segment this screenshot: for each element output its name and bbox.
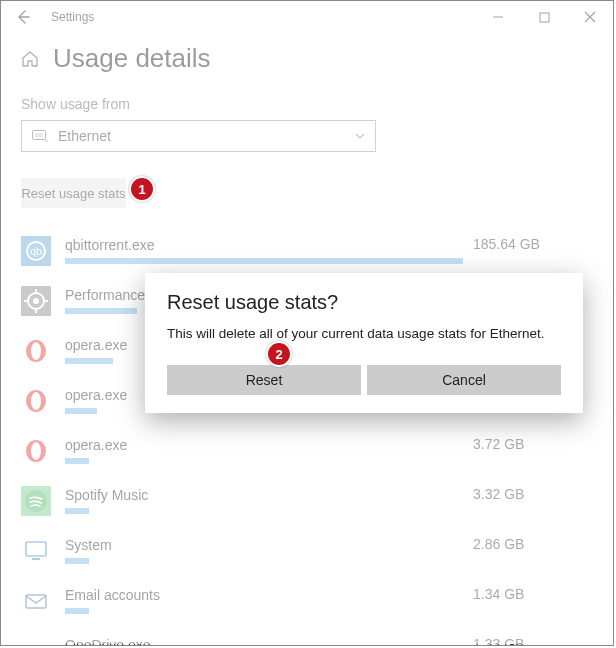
app-size: 1.34 GB — [463, 586, 593, 602]
svg-point-20 — [31, 392, 41, 410]
app-icon-op — [21, 336, 51, 366]
usage-bar — [65, 558, 89, 564]
app-row[interactable]: Spotify Music3.32 GB — [21, 486, 593, 532]
usage-from-label: Show usage from — [21, 96, 593, 112]
app-icon-sp — [21, 486, 51, 516]
app-icon-op — [21, 436, 51, 466]
app-name: System — [65, 536, 463, 554]
dialog-body: This will delete all of your current dat… — [167, 326, 561, 341]
svg-line-4 — [45, 140, 48, 142]
back-arrow-icon — [15, 9, 31, 25]
app-icon-od — [21, 636, 51, 646]
close-icon — [584, 11, 596, 23]
dialog-reset-label: Reset — [246, 372, 283, 388]
ethernet-icon — [32, 130, 48, 142]
app-row[interactable]: OneDrive.exe1.33 GB — [21, 636, 593, 646]
dialog-reset-button[interactable]: Reset — [167, 365, 361, 395]
app-name: qbittorrent.exe — [65, 236, 463, 254]
app-name: OneDrive.exe — [65, 636, 463, 646]
app-icon-sys — [21, 536, 51, 566]
app-size: 185.64 GB — [463, 236, 593, 252]
svg-point-17 — [31, 342, 41, 360]
reset-confirm-dialog: Reset usage stats? This will delete all … — [145, 273, 583, 413]
svg-rect-3 — [35, 133, 43, 137]
app-icon-pt — [21, 286, 51, 316]
app-size: 3.72 GB — [463, 436, 593, 452]
dialog-title: Reset usage stats? — [167, 291, 561, 314]
app-row[interactable]: opera.exe3.72 GB — [21, 436, 593, 482]
home-icon[interactable] — [21, 50, 39, 68]
usage-bar — [65, 608, 89, 614]
app-icon-op — [21, 386, 51, 416]
app-name: Email accounts — [65, 586, 463, 604]
usage-bar — [65, 458, 89, 464]
svg-rect-31 — [21, 636, 51, 646]
close-button[interactable] — [567, 1, 613, 33]
app-icon-qb: qb — [21, 236, 51, 266]
network-select[interactable]: Ethernet — [21, 120, 376, 152]
dialog-cancel-label: Cancel — [442, 372, 486, 388]
usage-bar — [65, 508, 89, 514]
svg-rect-1 — [540, 13, 549, 22]
page-title: Usage details — [53, 43, 211, 74]
maximize-icon — [539, 12, 550, 23]
usage-bar — [65, 358, 113, 364]
usage-bar — [65, 408, 97, 414]
back-button[interactable] — [1, 1, 45, 33]
window-title: Settings — [45, 10, 94, 24]
app-size: 2.86 GB — [463, 536, 593, 552]
annotation-1: 1 — [129, 176, 155, 202]
app-icon-mail — [21, 586, 51, 616]
reset-usage-stats-button[interactable]: Reset usage stats — [21, 178, 126, 208]
app-row[interactable]: Email accounts1.34 GB — [21, 586, 593, 632]
usage-bar — [65, 308, 137, 314]
dialog-cancel-button[interactable]: Cancel — [367, 365, 561, 395]
annotation-2: 2 — [266, 341, 292, 367]
minimize-button[interactable] — [475, 1, 521, 33]
app-name: opera.exe — [65, 436, 463, 454]
chevron-down-icon — [355, 133, 365, 139]
minimize-icon — [492, 11, 504, 23]
svg-text:qb: qb — [30, 245, 42, 257]
svg-point-23 — [31, 442, 41, 460]
reset-usage-stats-label: Reset usage stats — [21, 186, 125, 201]
app-name: Spotify Music — [65, 486, 463, 504]
svg-point-10 — [33, 298, 39, 304]
title-bar: Settings — [1, 1, 613, 33]
app-row[interactable]: System2.86 GB — [21, 536, 593, 582]
maximize-button[interactable] — [521, 1, 567, 33]
usage-bar — [65, 258, 463, 264]
app-size: 3.32 GB — [463, 486, 593, 502]
network-select-value: Ethernet — [58, 128, 111, 144]
page-header: Usage details — [21, 43, 613, 74]
svg-rect-28 — [32, 558, 40, 560]
app-size: 1.33 GB — [463, 636, 593, 646]
